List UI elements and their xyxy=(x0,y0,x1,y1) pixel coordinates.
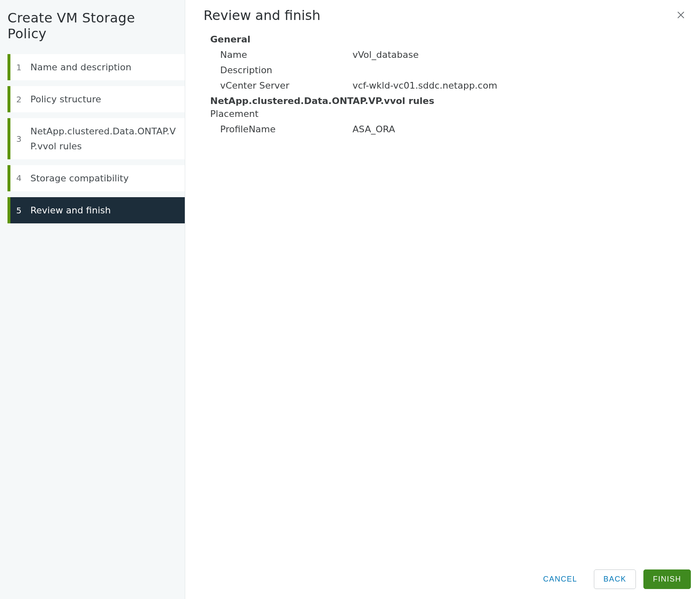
step-label: Name and description xyxy=(30,60,180,74)
profilename-label: ProfileName xyxy=(210,124,352,134)
wizard-sidebar: Create VM Storage Policy 1 Name and desc… xyxy=(0,0,185,599)
general-description-row: Description xyxy=(210,62,682,78)
name-value: vVol_database xyxy=(352,50,682,60)
close-icon xyxy=(676,10,685,20)
wizard-title: Create VM Storage Policy xyxy=(0,0,185,54)
general-heading: General xyxy=(210,34,682,45)
wizard-step-list: 1 Name and description 2 Policy structur… xyxy=(0,54,185,223)
step-label: Storage compatibility xyxy=(30,171,180,186)
step-label: Policy structure xyxy=(30,92,180,106)
rules-profilename-row: ProfileName ASA_ORA xyxy=(210,121,682,137)
close-button[interactable] xyxy=(673,7,688,22)
general-vcenter-row: vCenter Server vcf-wkld-vc01.sddc.netapp… xyxy=(210,78,682,93)
vcenter-label: vCenter Server xyxy=(210,80,352,91)
step-number: 5 xyxy=(16,204,27,217)
step-vvol-rules[interactable]: 3 NetApp.clustered.Data.ONTAP.VP.vvol ru… xyxy=(7,118,185,159)
finish-button[interactable]: FINISH xyxy=(643,569,691,589)
step-name-description[interactable]: 1 Name and description xyxy=(7,54,185,80)
cancel-button[interactable]: CANCEL xyxy=(534,570,586,589)
profilename-value: ASA_ORA xyxy=(352,124,682,134)
back-button[interactable]: BACK xyxy=(594,569,636,589)
content-area: Review and finish General Name vVol_data… xyxy=(185,0,700,599)
step-review-finish[interactable]: 5 Review and finish xyxy=(7,197,185,223)
description-value xyxy=(352,65,682,75)
step-storage-compatibility[interactable]: 4 Storage compatibility xyxy=(7,165,185,191)
step-number: 4 xyxy=(16,171,27,185)
vcenter-value: vcf-wkld-vc01.sddc.netapp.com xyxy=(352,80,682,91)
rules-heading: NetApp.clustered.Data.ONTAP.VP.vvol rule… xyxy=(210,96,682,106)
placement-heading: Placement xyxy=(210,109,682,119)
content-header: Review and finish xyxy=(185,0,700,31)
general-name-row: Name vVol_database xyxy=(210,47,682,62)
step-label: NetApp.clustered.Data.ONTAP.VP.vvol rule… xyxy=(30,124,180,153)
review-body: General Name vVol_database Description v… xyxy=(185,31,700,561)
name-label: Name xyxy=(210,50,352,60)
step-number: 1 xyxy=(16,61,27,74)
step-number: 3 xyxy=(16,132,27,146)
step-number: 2 xyxy=(16,93,27,106)
description-label: Description xyxy=(210,65,352,75)
step-label: Review and finish xyxy=(30,203,180,218)
wizard-footer: CANCEL BACK FINISH xyxy=(185,561,700,599)
step-policy-structure[interactable]: 2 Policy structure xyxy=(7,86,185,112)
page-title: Review and finish xyxy=(204,7,320,23)
